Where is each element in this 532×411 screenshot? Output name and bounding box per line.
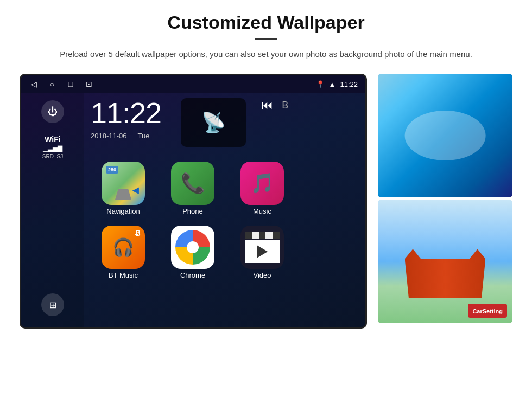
prev-track-button[interactable]: ⏮ <box>261 98 273 112</box>
clock-date: 2018-11-06 Tue <box>91 132 161 140</box>
app-bt-music[interactable]: 🎧 Ƀ BT Music <box>91 220 156 279</box>
navigation-label: Navigation <box>106 207 140 215</box>
power-button[interactable]: ⏻ <box>41 100 64 123</box>
device-sidebar: ⏻ WiFi ▁▃▅▇ SRD_SJ ⊞ <box>21 93 84 327</box>
chrome-label: Chrome <box>180 271 205 279</box>
video-icon <box>240 226 284 269</box>
bt-music-icon: 🎧 Ƀ <box>102 226 145 269</box>
wifi-signal: ▁▃▅▇ <box>42 145 63 152</box>
phone-label: Phone <box>182 207 203 215</box>
music-label: Music <box>253 207 271 215</box>
clock-day-value: Tue <box>138 132 150 140</box>
clock-area: 11:22 2018-11-06 Tue 📡 ⏮ B <box>91 98 359 147</box>
media-controls: ⏮ B <box>261 98 288 112</box>
wifi-label: WiFi <box>42 135 63 144</box>
app-navigation[interactable]: 280 ◂ Navigation <box>91 156 156 215</box>
recent-icon[interactable]: □ <box>66 79 75 89</box>
video-label: Video <box>253 271 271 279</box>
page-header: Customized Wallpaper Preload over 5 defa… <box>0 0 532 69</box>
media-icon: 📡 <box>201 111 226 134</box>
music-icon: 🎵 <box>240 162 284 205</box>
video-stripe-top <box>245 232 280 239</box>
screen-body: ⏻ WiFi ▁▃▅▇ SRD_SJ ⊞ 11:22 <box>21 93 365 327</box>
app-chrome[interactable]: Chrome <box>160 220 225 279</box>
wallpaper-thumb-ice[interactable] <box>378 74 512 197</box>
home-icon[interactable]: ○ <box>47 79 57 89</box>
nav-arrow: ◂ <box>132 183 138 197</box>
power-icon: ⏻ <box>48 106 58 118</box>
page-title: Customized Wallpaper <box>33 12 499 33</box>
wallpaper-thumbnails: CarSetting <box>378 74 512 329</box>
media-widget: 📡 <box>181 98 246 147</box>
chrome-wheel <box>175 230 210 265</box>
clock-widget: 11:22 2018-11-06 Tue <box>91 98 161 140</box>
wallpaper-thumb-bridge[interactable]: CarSetting <box>378 200 512 323</box>
wifi-network-name: SRD_SJ <box>42 153 63 159</box>
bt-music-label: BT Music <box>109 271 138 279</box>
clock-time: 11:22 <box>91 98 161 127</box>
status-time: 11:22 <box>340 80 358 88</box>
app-video[interactable]: Video <box>230 220 295 279</box>
screen-main: 11:22 2018-11-06 Tue 📡 ⏮ B <box>84 93 365 327</box>
headphone-icon: 🎧 <box>112 237 134 258</box>
header-description: Preload over 5 default wallpaper options… <box>33 48 499 61</box>
main-content: ◁ ○ □ ⊡ 📍 ▲ 11:22 ⏻ WiFi ▁▃▅▇ SR <box>0 74 532 329</box>
grid-icon: ⊞ <box>49 300 56 310</box>
video-clapboard <box>245 232 280 263</box>
nav-badge: 280 <box>106 166 118 174</box>
status-bar: ◁ ○ □ ⊡ 📍 ▲ 11:22 <box>21 75 365 93</box>
play-icon <box>257 245 268 258</box>
carsetting-badge: CarSetting <box>468 304 507 318</box>
header-divider <box>255 38 277 40</box>
carsetting-label: CarSetting <box>472 308 503 314</box>
track-label: B <box>282 100 288 111</box>
nav-road <box>115 189 131 200</box>
apps-grid-button[interactable]: ⊞ <box>41 293 64 316</box>
screenshot-icon[interactable]: ⊡ <box>84 79 94 89</box>
status-right-icons: 📍 ▲ 11:22 <box>316 80 358 88</box>
app-phone[interactable]: 📞 Phone <box>160 156 225 215</box>
location-icon: 📍 <box>316 80 325 88</box>
apps-grid: 280 ◂ Navigation 📞 Phone <box>91 156 359 279</box>
status-left-icons: ◁ ○ □ ⊡ <box>29 79 94 89</box>
navigation-icon: 280 ◂ <box>102 162 145 205</box>
back-icon[interactable]: ◁ <box>29 79 39 89</box>
app-music[interactable]: 🎵 Music <box>230 156 295 215</box>
signal-icon: ▲ <box>329 80 336 88</box>
video-play-area <box>245 240 280 263</box>
phone-icon: 📞 <box>171 162 214 205</box>
bluetooth-symbol: Ƀ <box>135 229 141 237</box>
wifi-info: WiFi ▁▃▅▇ SRD_SJ <box>42 135 63 159</box>
music-symbol: 🎵 <box>250 172 275 195</box>
device-frame: ◁ ○ □ ⊡ 📍 ▲ 11:22 ⏻ WiFi ▁▃▅▇ SR <box>20 74 367 329</box>
ice-cave-image <box>378 74 512 197</box>
phone-symbol: 📞 <box>181 172 205 195</box>
chrome-icon <box>171 226 214 269</box>
chrome-center <box>187 241 199 253</box>
clock-date-value: 2018-11-06 <box>91 132 127 140</box>
